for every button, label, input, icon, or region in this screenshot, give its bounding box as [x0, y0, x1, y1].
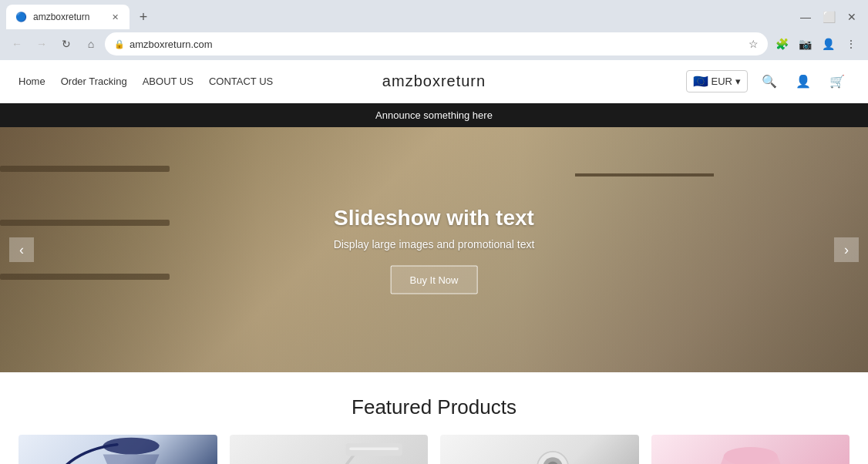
screenshot-button[interactable]: 📷: [794, 33, 816, 55]
site-logo[interactable]: amzboxreturn: [382, 72, 486, 90]
browser-tab[interactable]: 🔵 amzboxreturn ✕: [6, 5, 130, 29]
nav-home[interactable]: Home: [19, 76, 45, 87]
slideshow-prev-button[interactable]: ‹: [9, 237, 34, 262]
slideshow-next-button[interactable]: ›: [834, 237, 859, 262]
lock-icon: 🔒: [114, 39, 125, 49]
flag-icon: 🇪🇺: [693, 74, 708, 89]
browser-chrome: 🔵 amzboxreturn ✕ + — ⬜ ✕ ← → ↻ ⌂ 🔒 amzbo…: [0, 0, 868, 60]
featured-products-section: Featured Products: [0, 372, 868, 464]
chevron-down-icon: ▾: [735, 76, 741, 87]
product-card-2[interactable]: [230, 435, 429, 464]
product-image-2: [230, 435, 429, 464]
close-button[interactable]: ✕: [842, 7, 862, 27]
announcement-bar: Announce something here: [0, 103, 868, 127]
nav-left-links: Home Order Tracking ABOUT US CONTACT US: [19, 76, 273, 87]
browser-menu-button[interactable]: ⋮: [840, 33, 862, 55]
product-image-3: [440, 435, 639, 464]
account-button[interactable]: 👤: [791, 69, 816, 94]
product-image-4: [651, 435, 850, 464]
announcement-text: Announce something here: [375, 109, 493, 121]
toolbar-icons: 🧩 📷 👤 ⋮: [771, 33, 862, 55]
nav-order-tracking[interactable]: Order Tracking: [61, 76, 127, 87]
forward-button[interactable]: →: [31, 33, 52, 55]
address-bar[interactable]: 🔒 amzboxreturn.com ☆: [105, 32, 768, 55]
profile-button[interactable]: 👤: [817, 33, 839, 55]
nav-right-icons: 🇪🇺 EUR ▾ 🔍 👤 🛒: [686, 69, 849, 94]
products-grid: [19, 435, 849, 464]
extensions-button[interactable]: 🧩: [771, 33, 792, 55]
home-button[interactable]: ⌂: [80, 33, 102, 55]
featured-products-title: Featured Products: [19, 395, 849, 419]
search-button[interactable]: 🔍: [757, 69, 782, 94]
hero-cta-button[interactable]: Buy It Now: [391, 266, 478, 294]
currency-selector[interactable]: 🇪🇺 EUR ▾: [686, 70, 748, 92]
new-tab-button[interactable]: +: [133, 6, 154, 28]
website: Home Order Tracking ABOUT US CONTACT US …: [0, 60, 868, 464]
browser-titlebar: 🔵 amzboxreturn ✕ + — ⬜ ✕: [0, 0, 868, 29]
nav-about-us[interactable]: ABOUT US: [143, 76, 193, 87]
cart-button[interactable]: 🛒: [825, 69, 849, 94]
window-controls: — ⬜ ✕: [796, 7, 862, 27]
bookmark-icon[interactable]: ☆: [749, 38, 759, 50]
product-card-3[interactable]: [440, 435, 639, 464]
nav-contact-us[interactable]: CONTACT US: [209, 76, 273, 87]
browser-toolbar: ← → ↻ ⌂ 🔒 amzboxreturn.com ☆ 🧩 📷 👤 ⋮: [0, 29, 868, 60]
tab-favicon: 🔵: [15, 12, 27, 22]
hero-content: Slideshow with text Display large images…: [334, 206, 535, 294]
tab-title: amzboxreturn: [33, 12, 89, 22]
back-button[interactable]: ←: [6, 33, 28, 55]
svg-rect-5: [349, 447, 399, 450]
address-url: amzboxreturn.com: [130, 39, 744, 50]
hero-subtitle: Display large images and promotional tex…: [334, 238, 535, 250]
product-card-1[interactable]: [19, 435, 217, 464]
hero-title: Slideshow with text: [334, 206, 535, 230]
product-image-1: [19, 435, 217, 464]
maximize-button[interactable]: ⬜: [819, 7, 839, 27]
product-card-4[interactable]: [651, 435, 850, 464]
refresh-button[interactable]: ↻: [56, 33, 77, 55]
hero-slideshow: ‹ Slideshow with text Display large imag…: [0, 127, 868, 372]
svg-point-0: [103, 438, 160, 455]
tab-close-button[interactable]: ✕: [109, 12, 120, 22]
svg-marker-1: [103, 455, 160, 464]
minimize-button[interactable]: —: [796, 7, 816, 27]
currency-code: EUR: [712, 76, 732, 87]
site-navigation: Home Order Tracking ABOUT US CONTACT US …: [0, 60, 868, 103]
